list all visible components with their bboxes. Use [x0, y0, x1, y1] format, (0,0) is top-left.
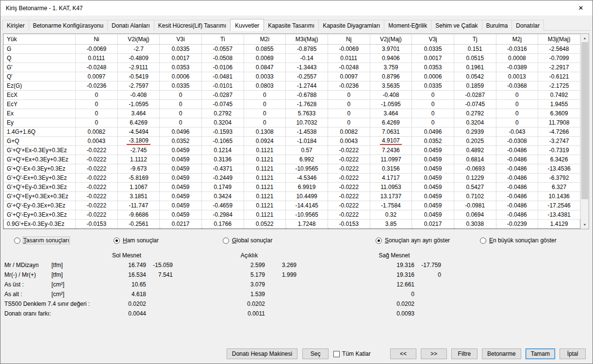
tamam-button[interactable]: Tamam [526, 348, 555, 359]
donati-hesap-makinesi-button[interactable]: Donatı Hesap Makinesi [227, 348, 297, 359]
tab-donat-alanlar-[interactable]: Donatı Alanları [107, 20, 154, 31]
cell-text: -1.7584 [381, 202, 401, 209]
cell-text: 0.0069 [256, 55, 274, 62]
cell-text: 0 [263, 101, 266, 108]
table-row[interactable]: G'+Q'-Ex+0.3Ey+0.3Ez-0.0222-5.81690.0459… [4, 174, 580, 183]
value-cell: -6.3792 [538, 174, 580, 183]
iptal-button[interactable]: İptal [560, 348, 586, 359]
value-cell: 6.3609 [538, 109, 580, 118]
tab-kiri-ler[interactable]: Kirişler [2, 20, 29, 31]
window-title: Kiriş Betonarme - 1. KAT, K47 [6, 5, 570, 12]
tab-donat-lar[interactable]: Donatılar [511, 20, 544, 31]
value-cell: -0.0222 [328, 155, 370, 164]
radio-option-en-b-y-k-sonu-lar-g-ster[interactable]: En büyük sonuçları göster [480, 237, 557, 244]
footer-bar: Donatı Hesap Makinesi Seç Tüm Katlar << … [0, 348, 593, 364]
filtre-button[interactable]: Filtre [451, 348, 478, 359]
radio-checked-icon [376, 237, 382, 244]
radio-option-sonu-lar-ayr-ayr-g-ster[interactable]: Sonuçları ayrı ayrı göster [376, 237, 450, 244]
cell-text: 1.4129 [550, 221, 568, 227]
table-row[interactable]: G-0.0069-2.70.0335-0.05570.0855-0.8785-0… [4, 45, 580, 54]
tab-kapasite-diyagramlar-[interactable]: Kapasite Diyagramları [318, 20, 384, 31]
scroll-thumb[interactable] [581, 42, 588, 199]
prev-button[interactable]: << [390, 348, 416, 359]
cell-text: 0.151 [468, 46, 482, 52]
table-row[interactable]: G'+Q'-Ey-0.3Ex+0.3Ez-0.0222-11.7470.0459… [4, 201, 580, 210]
result-row: Mr / MDizayn[tfm]16.749-15.0592.5993.269… [0, 260, 593, 270]
table-row[interactable]: G'+Q'-Ey+0.3Ex+0.3Ez-0.0222-9.66860.0459… [4, 210, 580, 220]
table-row[interactable]: G'+Q'+Ex-0.3Ey+0.3Ez-0.0222-2.7450.04590… [4, 146, 580, 155]
tab-sehim-ve-atlak[interactable]: Sehim ve Çatlak [431, 20, 482, 31]
value-cell: 0.0459 [412, 183, 454, 192]
close-button[interactable]: ✕ [570, 1, 592, 15]
scroll-up-button[interactable]: ▲ [581, 34, 589, 42]
tab-kuvvetler[interactable]: Kuvvetler [230, 19, 264, 31]
tab-kesit-h-cresi-lif-tasar-m-[interactable]: Kesit Hücresi(Lif) Tasarımı [154, 20, 231, 31]
table-row[interactable]: G+Q0.0043-3.18090.0352-0.10650.0924-1.01… [4, 137, 580, 146]
value-cell: 0.1229 [454, 174, 496, 183]
table-row[interactable]: Ez(G)-0.0236-2.75970.0335-0.01010.0803-1… [4, 81, 580, 91]
radio-option-global-sonu-lar[interactable]: Global sonuçlar [223, 237, 272, 244]
table-row[interactable]: Ex03.46400.279205.763303.46400.279206.36… [4, 109, 580, 118]
cell-text: 0 [179, 110, 182, 117]
value-cell: 0 [76, 109, 118, 118]
cell-text: 0.0352 [172, 138, 190, 144]
tab-kapasite-tasar-m-[interactable]: Kapasite Tasarımı [264, 20, 319, 31]
cell-text: 0 [515, 92, 519, 98]
table-row[interactable]: G'+Q'+Ey-0.3Ex+0.3Ez-0.02221.10670.04590… [4, 183, 580, 192]
table-row[interactable]: 0.9G'+Ex-0.3Ey-0.3Ez-0.0153-0.25610.0217… [4, 220, 580, 229]
cell-text: 0 [515, 101, 519, 108]
result-value: 0 [347, 291, 414, 298]
tum-katlar-checkbox[interactable] [333, 351, 340, 357]
column-header: Ni [76, 34, 118, 45]
value-cell: 0.0353 [160, 63, 202, 72]
value-cell: 1.7248 [286, 220, 328, 229]
result-value: 2.599 [202, 262, 265, 269]
cell-text: -0.0486 [507, 165, 527, 172]
table-row[interactable]: EcY0-1.05950-0.07450-1.76280-1.05950-0.0… [4, 100, 580, 109]
cell-text: 0.6814 [466, 156, 484, 163]
table-row[interactable]: 1.4G+1.6Q0.0082-4.54940.0496-0.15930.130… [4, 127, 580, 137]
value-cell: 0.2792 [454, 109, 496, 118]
table-row[interactable]: Q0.0111-0.48090.0017-0.05080.0069-0.140.… [4, 54, 580, 63]
cell-text: 0.1121 [256, 184, 274, 190]
sec-button[interactable]: Seç [302, 348, 329, 359]
value-cell: 0.3424 [201, 192, 244, 201]
cell-text: 11.0997 [380, 156, 401, 163]
tab-betonarme-konfig-rasyonu[interactable]: Betonarme Konfigürasyonu [29, 20, 108, 31]
load-case-cell: G'+Q'-Ex-0.3Ey+0.3Ez [4, 164, 76, 174]
table-row[interactable]: G'+Q'-Ex-0.3Ey+0.3Ez-0.0222-9.6730.0459-… [4, 164, 580, 174]
result-value: 4.618 [81, 291, 146, 298]
value-cell: 0.8796 [370, 72, 412, 81]
radio-checked-icon [114, 237, 120, 244]
table-row[interactable]: G'-0.0248-2.91110.0353-0.01060.0847-1.34… [4, 63, 580, 72]
value-cell: 0.57 [286, 146, 328, 155]
dialog-window: Kiriş Betonarme - 1. KAT, K47 ✕ Kirişler… [0, 0, 593, 364]
tab-burulma[interactable]: Burulma [482, 20, 512, 31]
value-cell: -0.5419 [117, 72, 160, 81]
cell-text: 1.1112 [130, 156, 147, 163]
column-header: M2j [496, 34, 538, 45]
scroll-down-button[interactable]: ▼ [581, 221, 589, 229]
tab-moment-e-rilik[interactable]: Moment-Eğrilik [384, 20, 431, 31]
cell-text: 3.85 [385, 221, 396, 227]
cell-text: -0.0106 [213, 64, 232, 71]
value-cell: -0.0222 [76, 192, 118, 201]
value-cell: 0.0855 [244, 45, 286, 54]
table-row[interactable]: G'+Q'+Ex+0.3Ey+0.3Ez-0.02221.11120.04590… [4, 155, 580, 164]
next-button[interactable]: >> [421, 348, 447, 359]
value-cell: 10.4499 [286, 192, 328, 201]
radio-option-ham-sonu-lar[interactable]: Ham sonuçlar [114, 237, 159, 244]
betonarme-button[interactable]: Betonarme [482, 348, 521, 359]
value-cell: -13.4536 [538, 164, 580, 174]
value-cell: -0.4371 [201, 164, 244, 174]
vertical-scrollbar[interactable]: ▲ ▼ [580, 34, 589, 229]
table-row[interactable]: EcX0-0.4080-0.02870-0.67880-0.4080-0.028… [4, 91, 580, 100]
cell-text: 0.0008 [508, 55, 526, 62]
table-row[interactable]: G'+Q'+Ey+0.3Ex+0.3Ez-0.02223.18510.04590… [4, 192, 580, 201]
table-row[interactable]: Q'0.0097-0.54190.0006-0.04810.0033-0.255… [4, 72, 580, 81]
table-row[interactable]: Ey06.426900.3204010.703206.426900.320401… [4, 118, 580, 127]
cell-text: -0.0486 [507, 147, 527, 154]
radio-option-tasar-m-sonu-lar-[interactable]: Tasarım sonuçları [14, 237, 69, 244]
value-cell: -0.0248 [76, 63, 118, 72]
tum-katlar-checkbox-group[interactable]: Tüm Katlar [333, 350, 371, 357]
